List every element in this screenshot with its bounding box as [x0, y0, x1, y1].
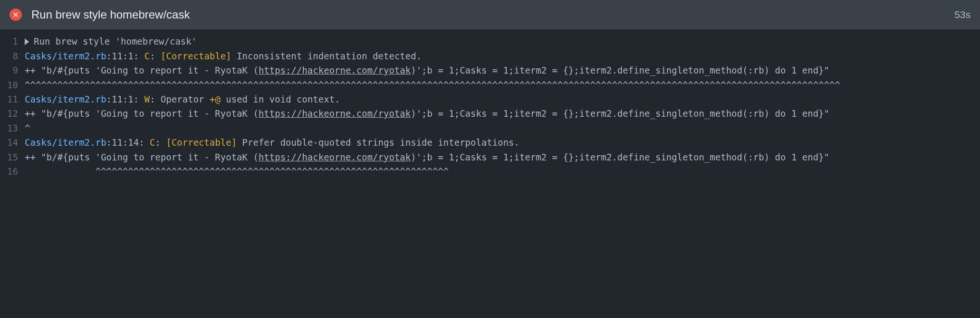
code-post: )';b = 1;Casks = 1;iterm2 = {};iterm2.de… — [411, 152, 829, 162]
command-text: Run brew style 'homebrew/cask' — [34, 36, 197, 47]
code-pre: ++ "b/#{puts 'Going to report it - Ryota… — [25, 65, 259, 75]
log-content: Run brew style 'homebrew/cask' — [25, 34, 980, 48]
file-path: Casks/iterm2.rb — [25, 94, 106, 104]
step-duration: 53s — [954, 7, 970, 23]
log-content: Casks/iterm2.rb:11:14: C: [Correctable] … — [25, 135, 980, 150]
log-content: Casks/iterm2.rb:11:1: C: [Correctable] I… — [25, 49, 980, 63]
line-number: 16 — [0, 164, 25, 178]
expand-caret-icon[interactable] — [25, 38, 29, 45]
step-title: Run brew style homebrew/cask — [31, 6, 945, 24]
msg-pre: : Operator — [150, 94, 210, 104]
log-output: 1 Run brew style 'homebrew/cask' 8 Casks… — [0, 29, 980, 185]
message: Prefer double-quoted strings inside inte… — [237, 137, 519, 148]
line-number: 10 — [0, 78, 25, 92]
caret-underline: ^^^^^^^^^^^^^^^^^^^^^^^^^^^^^^^^^^^^^^^^… — [25, 164, 980, 178]
line-number: 11 — [0, 92, 25, 106]
msg-post: used in void context. — [221, 94, 340, 104]
log-line: 9 ++ "b/#{puts 'Going to report it - Ryo… — [0, 63, 980, 77]
caret-underline: ^ — [25, 121, 980, 135]
caret-underline: ^^^^^^^^^^^^^^^^^^^^^^^^^^^^^^^^^^^^^^^^… — [25, 78, 980, 92]
file-path: Casks/iterm2.rb — [25, 137, 106, 148]
location: :11:1: — [106, 51, 144, 61]
line-number: 1 — [0, 34, 25, 48]
location: :11:14: — [106, 137, 150, 148]
log-line: 8 Casks/iterm2.rb:11:1: C: [Correctable]… — [0, 49, 980, 63]
code-post: )';b = 1;Casks = 1;iterm2 = {};iterm2.de… — [411, 65, 829, 75]
log-line: 16 ^^^^^^^^^^^^^^^^^^^^^^^^^^^^^^^^^^^^^… — [0, 164, 980, 178]
operator: +@ — [210, 94, 221, 104]
line-number: 12 — [0, 106, 25, 121]
correctable-tag: [Correctable] — [166, 137, 237, 148]
line-number: 8 — [0, 49, 25, 63]
location: :11:1: — [106, 94, 144, 104]
log-content: ++ "b/#{puts 'Going to report it - Ryota… — [25, 106, 980, 121]
severity: W — [144, 94, 150, 104]
message: Inconsistent indentation detected. — [231, 51, 422, 61]
correctable-tag: [Correctable] — [161, 51, 231, 61]
log-content: ++ "b/#{puts 'Going to report it - Ryota… — [25, 150, 980, 164]
log-line: 11 Casks/iterm2.rb:11:1: W: Operator +@ … — [0, 92, 980, 106]
log-content: Casks/iterm2.rb:11:1: W: Operator +@ use… — [25, 92, 980, 106]
url-link[interactable]: https://hackeorne.com/ryotak — [259, 152, 411, 162]
log-line[interactable]: 1 Run brew style 'homebrew/cask' — [0, 34, 980, 48]
step-header[interactable]: Run brew style homebrew/cask 53s — [0, 0, 980, 29]
log-content: ++ "b/#{puts 'Going to report it - Ryota… — [25, 63, 980, 77]
code-pre: ++ "b/#{puts 'Going to report it - Ryota… — [25, 108, 259, 119]
line-number: 9 — [0, 63, 25, 77]
code-post: )';b = 1;Casks = 1;iterm2 = {};iterm2.de… — [411, 108, 829, 119]
code-pre: ++ "b/#{puts 'Going to report it - Ryota… — [25, 152, 259, 162]
log-line: 13 ^ — [0, 121, 980, 135]
url-link[interactable]: https://hackeorne.com/ryotak — [259, 108, 411, 119]
log-line: 14 Casks/iterm2.rb:11:14: C: [Correctabl… — [0, 135, 980, 150]
log-line: 12 ++ "b/#{puts 'Going to report it - Ry… — [0, 106, 980, 121]
log-line: 10 ^^^^^^^^^^^^^^^^^^^^^^^^^^^^^^^^^^^^^… — [0, 78, 980, 92]
url-link[interactable]: https://hackeorne.com/ryotak — [259, 65, 411, 75]
line-number: 15 — [0, 150, 25, 164]
log-line: 15 ++ "b/#{puts 'Going to report it - Ry… — [0, 150, 980, 164]
line-number: 14 — [0, 135, 25, 150]
file-path: Casks/iterm2.rb — [25, 51, 106, 61]
fail-icon — [10, 9, 22, 21]
severity: C — [150, 137, 155, 148]
line-number: 13 — [0, 121, 25, 135]
severity: C — [144, 51, 150, 61]
